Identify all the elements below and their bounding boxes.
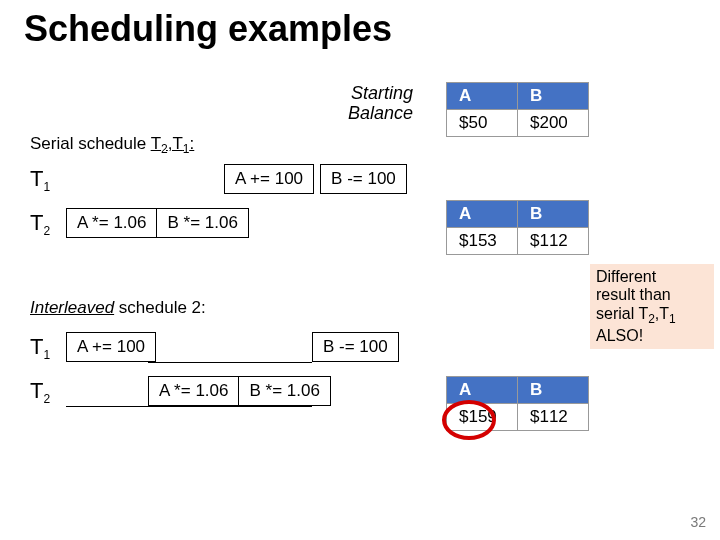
header-A-3: A xyxy=(447,377,518,404)
header-B-3: B xyxy=(518,377,589,404)
op-b-minus-2: B -= 100 xyxy=(313,333,399,362)
starting-balance-table: A B $50 $200 xyxy=(446,82,589,137)
serial-result-table: A B $153 $112 xyxy=(446,200,589,255)
header-A: A xyxy=(447,83,518,110)
serial-res-B: $112 xyxy=(518,228,589,255)
inter-res-B: $112 xyxy=(518,404,589,431)
slide-title: Scheduling examples xyxy=(24,8,392,50)
slide-number: 32 xyxy=(690,514,706,530)
inter-t1-label: T1 xyxy=(30,334,50,362)
op-b-minus: B -= 100 xyxy=(321,165,407,194)
start-A: $50 xyxy=(447,110,518,137)
separator-2a xyxy=(66,406,152,407)
serial-res-A: $153 xyxy=(447,228,518,255)
inter-t2-ops: A *= 1.06 B *= 1.06 xyxy=(148,376,331,406)
starting-text-1: Starting xyxy=(351,83,413,103)
serial-t1-label: T1 xyxy=(30,166,50,194)
op-b-mul: B *= 1.06 xyxy=(157,209,248,238)
serial-t2-ops: A *= 1.06 B *= 1.06 xyxy=(66,208,249,238)
op-b-mul-2: B *= 1.06 xyxy=(239,377,330,406)
serial-t1-ops: A += 100 B -= 100 xyxy=(224,164,407,194)
starting-balance-label: Starting Balance xyxy=(348,84,413,124)
header-B: B xyxy=(518,83,589,110)
inter-res-A: $159 xyxy=(447,404,518,431)
header-A-2: A xyxy=(447,201,518,228)
op-a-plus-2: A += 100 xyxy=(67,333,156,362)
inter-t2-label: T2 xyxy=(30,378,50,406)
op-a-mul: A *= 1.06 xyxy=(67,209,157,238)
inter-t1-op2: B -= 100 xyxy=(312,332,399,362)
starting-text-2: Balance xyxy=(348,103,413,123)
op-a-plus: A += 100 xyxy=(225,165,314,194)
serial-schedule-label: Serial schedule T2,T1: xyxy=(30,134,194,156)
interleaved-schedule-label: Interleaved schedule 2: xyxy=(30,298,206,318)
separator-2 xyxy=(148,406,312,407)
header-B-2: B xyxy=(518,201,589,228)
op-a-mul-2: A *= 1.06 xyxy=(149,377,239,406)
inter-result-table: A B $159 $112 xyxy=(446,376,589,431)
serial-t2-label: T2 xyxy=(30,210,50,238)
note-box: Different result than serial T2,T1 ALSO! xyxy=(590,264,714,349)
inter-t1-op1: A += 100 xyxy=(66,332,156,362)
separator-1 xyxy=(148,362,312,363)
start-B: $200 xyxy=(518,110,589,137)
